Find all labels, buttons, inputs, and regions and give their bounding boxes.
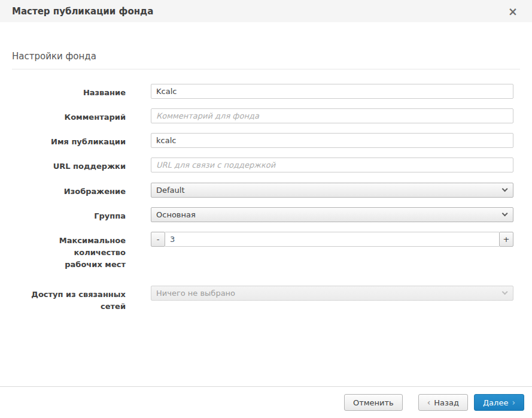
- support-url-input[interactable]: [151, 157, 513, 172]
- dialog-footer: Отменить ‹ Назад Далее ›: [0, 386, 532, 418]
- form-row-name: Название: [12, 84, 520, 99]
- networks-label: Доступ из связанных сетей: [12, 286, 126, 313]
- form-row-group: Группа Основная: [12, 207, 520, 222]
- chevron-down-icon: [502, 210, 508, 216]
- group-label: Группа: [12, 207, 126, 222]
- decrement-button[interactable]: -: [151, 232, 165, 247]
- chevron-right-icon: ›: [512, 398, 515, 407]
- image-label: Изображение: [12, 183, 126, 198]
- max-seats-stepper: - +: [151, 232, 513, 247]
- chevron-left-icon: ‹: [427, 398, 431, 407]
- dialog-body: Настройки фонда Название Комментарий Имя…: [0, 22, 532, 386]
- fund-settings-form: Название Комментарий Имя публикации: [12, 84, 520, 313]
- increment-button[interactable]: +: [499, 232, 513, 247]
- support-url-label: URL поддержки: [12, 157, 126, 172]
- group-select-value: Основная: [156, 210, 501, 219]
- image-select[interactable]: Default: [151, 183, 513, 198]
- max-seats-input[interactable]: [165, 232, 499, 247]
- publish-name-input[interactable]: [151, 133, 513, 148]
- form-row-comment: Комментарий: [12, 108, 520, 123]
- max-seats-label: Максимальное количество рабочих мест: [12, 232, 126, 271]
- image-select-value: Default: [156, 186, 501, 195]
- chevron-down-icon: [502, 289, 508, 295]
- chevron-down-icon: [502, 186, 508, 192]
- cancel-button[interactable]: Отменить: [344, 394, 403, 411]
- publish-name-label: Имя публикации: [12, 133, 126, 148]
- dialog-title: Мастер публикации фонда: [12, 6, 506, 17]
- form-row-support-url: URL поддержки: [12, 157, 520, 172]
- name-input[interactable]: [151, 84, 513, 99]
- networks-select: Ничего не выбрано: [151, 286, 513, 301]
- comment-label: Комментарий: [12, 108, 126, 123]
- form-row-networks: Доступ из связанных сетей Ничего не выбр…: [12, 286, 520, 313]
- name-label: Название: [12, 84, 126, 99]
- networks-select-value: Ничего не выбрано: [156, 289, 501, 298]
- back-button[interactable]: ‹ Назад: [418, 394, 468, 411]
- fund-publish-wizard-dialog: Мастер публикации фонда × Настройки фонд…: [0, 0, 532, 418]
- group-select[interactable]: Основная: [151, 207, 513, 222]
- form-row-publish-name: Имя публикации: [12, 133, 520, 148]
- dialog-header: Мастер публикации фонда ×: [0, 0, 532, 22]
- form-row-image: Изображение Default: [12, 183, 520, 198]
- next-button[interactable]: Далее ›: [474, 394, 524, 411]
- section-title: Настройки фонда: [12, 51, 520, 69]
- comment-input[interactable]: [151, 108, 513, 123]
- close-icon[interactable]: ×: [506, 5, 520, 19]
- form-row-max-seats: Максимальное количество рабочих мест - +: [12, 232, 520, 271]
